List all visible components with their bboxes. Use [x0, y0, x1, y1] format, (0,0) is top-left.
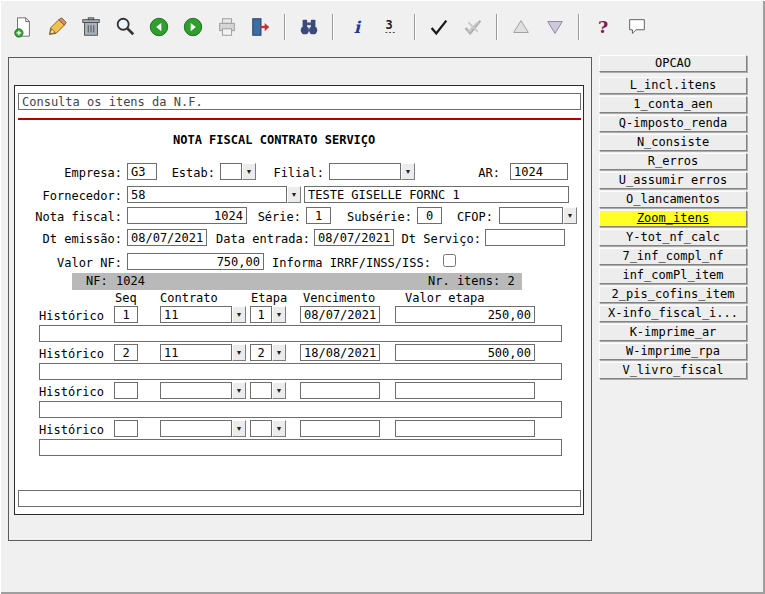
sidebar-item-lancamentos[interactable]: O_lancamentos [599, 191, 747, 208]
sidebar-item-assumir-erros[interactable]: U_assumir erros [599, 172, 747, 189]
sidebar-item-imposto-renda[interactable]: Q-imposto_renda [599, 115, 747, 132]
move-down-button[interactable] [542, 14, 568, 40]
item-1-contrato-dropdown-button[interactable]: ▼ [232, 306, 246, 323]
cfop-input[interactable] [499, 207, 563, 224]
sidebar-item-imprime-ar[interactable]: K-imprime_ar [599, 324, 747, 341]
item-4-vencimento-input[interactable] [300, 420, 380, 437]
message-button[interactable] [624, 14, 650, 40]
nf-summary-bar: NF: 1024 Nr. itens: 2 [72, 273, 522, 290]
chevron-down-icon: ▼ [405, 168, 412, 175]
info-button[interactable]: i [344, 14, 370, 40]
sidebar-item-livro-fiscal[interactable]: V_livro_fiscal [599, 362, 747, 379]
cfop-dropdown-button[interactable]: ▼ [563, 207, 577, 224]
sidebar-item-info-fiscal[interactable]: X-info_fiscal_i... [599, 305, 747, 322]
sidebar-item-incl-itens[interactable]: L_incl.itens [599, 77, 747, 94]
estab-input[interactable] [220, 163, 242, 180]
item-3-valor-etapa-input[interactable] [395, 382, 535, 399]
confirm-icon [428, 16, 450, 38]
item-1-vencimento-input[interactable] [300, 306, 380, 323]
item-1-seq-input[interactable] [114, 306, 138, 323]
move-up-button[interactable] [508, 14, 534, 40]
estab-dropdown-button[interactable]: ▼ [242, 163, 256, 180]
item-2-etapa-input[interactable] [250, 344, 272, 361]
fornecedor-input[interactable] [127, 186, 287, 203]
query-detail-button[interactable]: 3 [378, 14, 404, 40]
item-2-contrato-dropdown-button[interactable]: ▼ [232, 344, 246, 361]
informa-irrf-checkbox[interactable] [443, 254, 456, 267]
sidebar-item-inf-compl-nf[interactable]: 7_inf_compl_nf [599, 248, 747, 265]
serie-input[interactable] [306, 207, 331, 224]
sidebar-item-pis-cofins-item[interactable]: 2_pis_cofins_item [599, 286, 747, 303]
cancel-button[interactable] [460, 14, 486, 40]
item-3-etapa-input[interactable] [250, 382, 272, 399]
item-2-vencimento-input[interactable] [300, 344, 380, 361]
toolbar-separator [284, 14, 286, 40]
empresa-input[interactable] [127, 163, 157, 180]
sidebar-item-inf-compl-item[interactable]: inf_comPl_item [599, 267, 747, 284]
dt-servico-input[interactable] [485, 229, 565, 246]
item-2-seq-input[interactable] [114, 344, 138, 361]
exit-button[interactable] [248, 14, 274, 40]
item-1-historico-input[interactable] [39, 325, 562, 342]
confirm-button[interactable] [426, 14, 452, 40]
item-3-historico-input[interactable] [39, 401, 562, 418]
next-button[interactable] [180, 14, 206, 40]
item-3-seq-input[interactable] [114, 382, 138, 399]
delete-button[interactable] [78, 14, 104, 40]
data-entrada-input[interactable] [314, 229, 394, 246]
help-button[interactable]: ? [590, 14, 616, 40]
item-1-etapa-input[interactable] [250, 306, 272, 323]
edit-icon [46, 16, 68, 38]
chevron-down-icon: ▼ [276, 349, 283, 356]
svg-text:?: ? [598, 17, 608, 37]
item-1-etapa-dropdown-button[interactable]: ▼ [272, 306, 286, 323]
bottom-note-input[interactable] [18, 490, 581, 507]
sidebar-item-imprime-rpa[interactable]: W-imprime_rpa [599, 343, 747, 360]
filial-dropdown-button[interactable]: ▼ [401, 163, 415, 180]
print-button[interactable] [214, 14, 240, 40]
valor-nf-input[interactable] [127, 253, 264, 270]
sidebar-item-zoom-itens[interactable]: Zoom_itens [599, 210, 747, 227]
item-3-etapa-dropdown-button[interactable]: ▼ [272, 382, 286, 399]
nota-fiscal-input[interactable] [127, 207, 247, 224]
item-3-contrato-dropdown-button[interactable]: ▼ [232, 382, 246, 399]
item-4-seq-input[interactable] [114, 420, 138, 437]
subserie-label: Subsérie: [338, 210, 412, 224]
edit-button[interactable] [44, 14, 70, 40]
item-1-contrato-input[interactable] [160, 306, 232, 323]
new-button[interactable] [10, 14, 36, 40]
sidebar-item-consiste[interactable]: N_consiste [599, 134, 747, 151]
sidebar-item-conta-aen[interactable]: 1_conta_aen [599, 96, 747, 113]
item-2-etapa-dropdown-button[interactable]: ▼ [272, 344, 286, 361]
ar-input[interactable] [510, 163, 568, 180]
item-2-valor-etapa-input[interactable] [395, 344, 535, 361]
sidebar: OPCAO L_incl.itens 1_conta_aen Q-imposto… [599, 55, 747, 381]
item-4-etapa-input[interactable] [250, 420, 272, 437]
item-2-contrato-input[interactable] [160, 344, 232, 361]
item-4-contrato-input[interactable] [160, 420, 232, 437]
item-1-valor-etapa-input[interactable] [395, 306, 535, 323]
cfop-label: CFOP: [448, 210, 493, 224]
fornecedor-name-input[interactable] [304, 186, 569, 203]
item-2-historico-input[interactable] [39, 363, 562, 380]
filial-label: Filial: [267, 166, 324, 180]
historico-label: Histórico [39, 309, 109, 323]
dt-emissao-input[interactable] [127, 229, 207, 246]
sidebar-item-tot-nf-calc[interactable]: Y-tot_nf_calc [599, 229, 747, 246]
binoculars-button[interactable] [296, 14, 322, 40]
fornecedor-dropdown-button[interactable]: ▼ [287, 186, 301, 203]
filial-input[interactable] [329, 163, 401, 180]
search-button[interactable] [112, 14, 138, 40]
subserie-input[interactable] [417, 207, 442, 224]
item-4-contrato-dropdown-button[interactable]: ▼ [232, 420, 246, 437]
description-input[interactable] [18, 93, 581, 110]
item-3-vencimento-input[interactable] [300, 382, 380, 399]
empresa-label: Empresa: [35, 166, 122, 180]
item-4-valor-etapa-input[interactable] [395, 420, 535, 437]
item-4-etapa-dropdown-button[interactable]: ▼ [272, 420, 286, 437]
prev-button[interactable] [146, 14, 172, 40]
sidebar-item-erros[interactable]: R_erros [599, 153, 747, 170]
item-3-contrato-input[interactable] [160, 382, 232, 399]
historico-label: Histórico [39, 385, 109, 399]
item-4-historico-input[interactable] [39, 439, 562, 456]
